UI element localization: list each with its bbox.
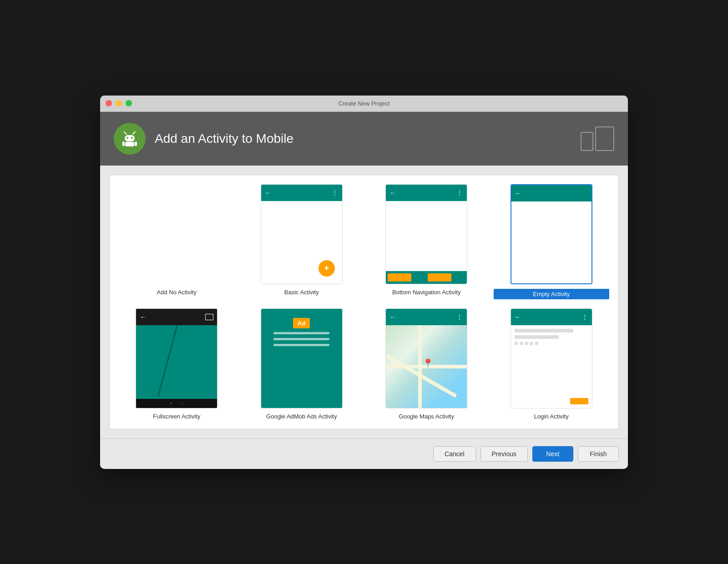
settings-dot-2 [520,342,523,345]
settings-dot-3 [525,342,528,345]
bottom-nav-toolbar: ← ⋮ [386,185,467,201]
previous-button[interactable]: Previous [480,446,528,462]
settings-line-2 [515,335,559,339]
maps-label: Google Maps Activity [399,413,454,420]
basic-activity-label: Basic Activity [284,289,319,296]
svg-rect-3 [125,135,135,141]
maps-toolbar: ← ⋮ [386,309,467,325]
window-controls [106,100,132,106]
svg-rect-7 [122,141,125,146]
bnb-item-1 [388,273,411,282]
activity-item-maps[interactable]: ← ⋮ 📍 Google Maps Ac [369,308,485,420]
back-arrow-icon: ← [515,190,521,197]
settings-dot-5 [535,342,538,345]
minimize-button[interactable] [116,100,122,106]
overflow-menu-icon: ⋮ [581,313,588,321]
tablet-icon [595,126,614,151]
login-label: Login Activity [534,413,569,420]
window-title: Create New Project [339,100,390,107]
svg-point-5 [131,137,133,139]
bottom-nav-preview: ← ⋮ [385,184,467,284]
ads-preview: Ad [261,308,343,408]
empty-activity-preview: ← [511,184,592,284]
activity-item-login[interactable]: ← ⋮ [494,308,610,420]
bottom-nav-body [386,201,467,271]
title-bar: Create New Project [100,96,628,112]
bottom-nav-label: Bottom Navigation Activity [392,289,460,296]
finish-button[interactable]: Finish [578,446,619,462]
svg-point-4 [126,137,128,139]
back-arrow-icon: ← [389,189,396,196]
basic-body: + [261,201,342,284]
back-arrow-icon: ← [515,313,521,321]
ads-label: Google AdMob Ads Activity [266,413,337,420]
page-header: Add an Activity to Mobile [100,112,628,166]
ads-body: Ad [261,309,342,408]
settings-line-1 [515,329,574,332]
overflow-menu-icon: ⋮ [332,189,339,196]
overflow-menu-icon: ⋮ [456,189,463,196]
device-icon [581,126,614,151]
overflow-menu-icon: ⋮ [456,313,463,321]
svg-rect-8 [135,141,137,146]
close-button[interactable] [106,100,112,106]
fullscreen-label: Fullscreen Activity [153,413,200,420]
activity-item-basic[interactable]: ← ⋮ + Basic Activity [244,184,360,299]
maps-body: 📍 [386,325,467,408]
bnb-item-2 [413,273,426,282]
main-content: Add No Activity ← ⋮ + [100,166,628,438]
fullscreen-preview-container: ← ● □ [136,308,217,408]
login-preview: ← ⋮ [511,308,592,408]
main-window: Create New Project [100,96,628,469]
activity-item-ads[interactable]: Ad Google AdMob Ads Activity [244,308,360,420]
ad-badge: Ad [293,318,310,328]
basic-activity-preview: ← ⋮ + [261,184,343,284]
empty-toolbar: ← [511,185,592,201]
fab-icon: + [318,260,335,277]
cancel-button[interactable]: Cancel [433,446,476,462]
empty-body [511,201,592,283]
settings-dots [515,342,588,345]
activity-item-fullscreen[interactable]: ← ● □ Fullscreen Activity [119,308,235,420]
settings-dot-1 [515,342,518,345]
login-body [511,325,592,408]
bnb-item-3 [428,273,451,282]
settings-dot-4 [530,342,533,345]
login-toolbar: ← ⋮ [511,309,592,325]
phone-icon [581,132,593,151]
page-title: Add an Activity to Mobile [155,131,293,146]
map-pin-icon: 📍 [422,358,434,369]
maps-preview: ← ⋮ 📍 [385,308,467,408]
header-left: Add an Activity to Mobile [114,123,293,155]
activity-grid-container: Add No Activity ← ⋮ + [109,175,619,429]
android-logo-icon [120,129,140,149]
ad-line-1 [273,332,329,334]
activity-grid: Add No Activity ← ⋮ + [119,184,609,420]
ad-line-3 [273,344,329,346]
next-button[interactable]: Next [532,446,573,462]
android-logo [114,123,146,155]
activity-item-bottom-nav[interactable]: ← ⋮ Bottom Navigation Activity [369,184,485,299]
ad-line-2 [273,338,329,340]
back-arrow-icon: ← [389,313,396,321]
no-activity-label: Add No Activity [157,289,197,296]
empty-activity-label: Empty Activity [494,289,610,299]
maximize-button[interactable] [126,100,132,106]
svg-rect-6 [125,142,134,146]
activity-item-empty[interactable]: ← Empty Activity [494,184,610,299]
back-arrow-icon: ← [265,189,271,196]
activity-item-no-activity[interactable]: Add No Activity [119,184,235,299]
basic-toolbar: ← ⋮ [261,185,342,201]
settings-action-btn [570,398,588,404]
footer: Cancel Previous Next Finish [100,438,628,469]
bottom-nav-bar [386,271,467,284]
